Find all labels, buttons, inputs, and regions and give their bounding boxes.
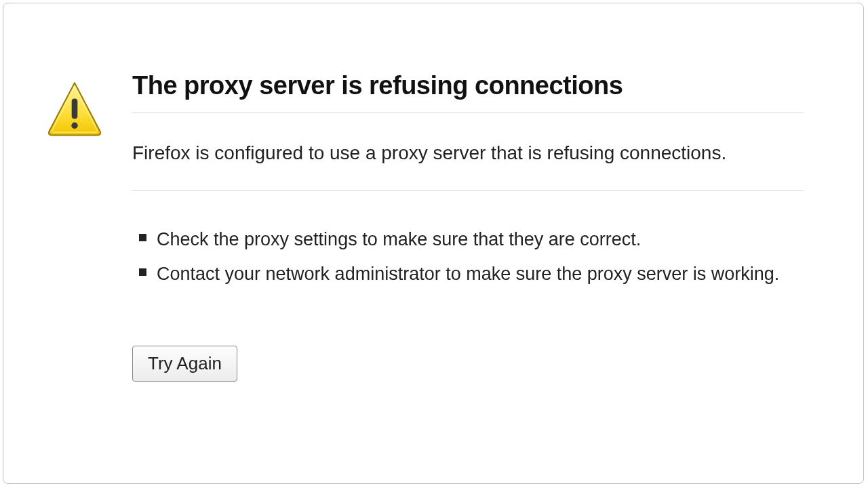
svg-rect-0 [72, 99, 78, 119]
error-description: Firefox is configured to use a proxy ser… [132, 140, 804, 166]
warning-icon-wrap [37, 71, 112, 139]
error-title: The proxy server is refusing connections [132, 71, 804, 100]
divider-bottom [132, 190, 804, 191]
list-item: Check the proxy settings to make sure th… [139, 222, 804, 257]
error-page: The proxy server is refusing connections… [3, 3, 864, 484]
svg-point-1 [71, 123, 77, 129]
divider-top [132, 113, 804, 113]
warning-icon [44, 78, 105, 139]
error-tips: Check the proxy settings to make sure th… [139, 222, 804, 291]
list-item: Contact your network administrator to ma… [139, 257, 804, 291]
try-again-button[interactable]: Try Again [132, 346, 237, 382]
error-content: The proxy server is refusing connections… [112, 71, 804, 382]
